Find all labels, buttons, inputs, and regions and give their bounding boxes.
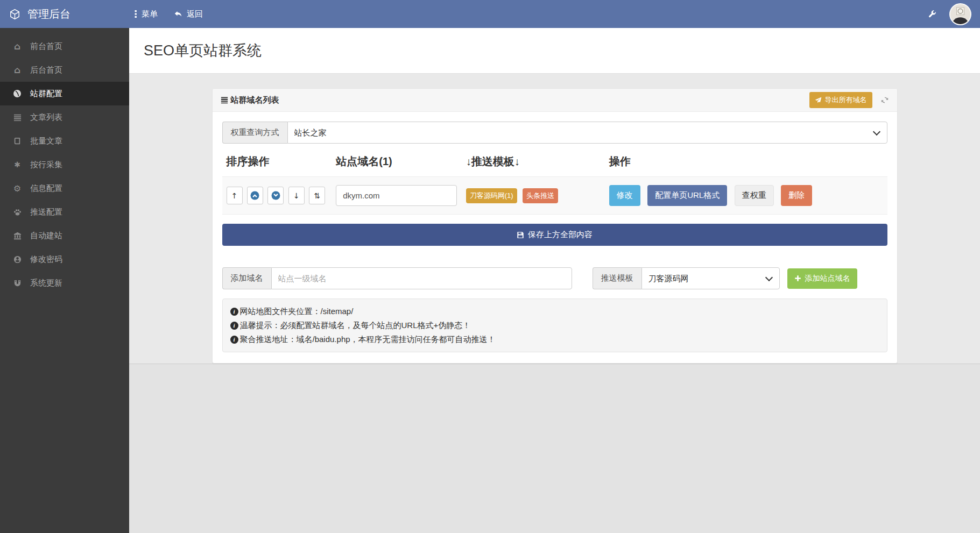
sidebar-item-label: 修改密码 — [30, 254, 62, 265]
sidebar-item-info-config[interactable]: 信息配置 — [0, 176, 129, 200]
add-domain-input[interactable] — [271, 267, 572, 289]
sidebar-item-label: 系统更新 — [30, 278, 62, 288]
sidebar-item-front-home[interactable]: 前台首页 — [0, 34, 129, 58]
sidebar-item-admin-home[interactable]: 后台首页 — [0, 58, 129, 82]
magnet-icon — [11, 279, 23, 287]
header-actions: 操作 — [609, 154, 883, 169]
panel-title: 站群域名列表 — [221, 95, 279, 105]
floppy-disk-icon — [517, 231, 524, 239]
menu-toggle[interactable]: 菜单 — [135, 9, 158, 19]
move-top-button[interactable] — [227, 187, 243, 204]
vertical-ellipsis-icon — [135, 10, 137, 18]
table-row: 刀客源码网(1) 头条推送 修改 配置单页URL格式 查权重 删除 — [222, 176, 887, 215]
sidebar: 前台首页 后台首页 站群配置 文章列表 批量文章 按行采集 — [0, 28, 129, 533]
navbar-right — [928, 3, 980, 25]
gear-icon — [11, 183, 23, 194]
work-area: 站群域名列表 导出所有域名 — [129, 73, 980, 364]
save-all-button[interactable]: 保存上方全部内容 — [222, 224, 887, 246]
sidebar-item-system-update[interactable]: 系统更新 — [0, 271, 129, 295]
menu-label: 菜单 — [142, 9, 158, 19]
back-label: 返回 — [187, 9, 203, 19]
add-domain-row: 添加域名 推送模板 刀客源码网 — [222, 267, 887, 289]
back-link[interactable]: 返回 — [174, 9, 203, 19]
note-line: 聚合推送地址：域名/baidu.php，本程序无需挂访问任务都可自动推送！ — [230, 332, 879, 346]
push-template-field: 刀客源码网 — [641, 267, 780, 289]
save-all-label: 保存上方全部内容 — [528, 230, 593, 240]
sidebar-item-change-password[interactable]: 修改密码 — [0, 247, 129, 271]
user-avatar[interactable] — [949, 3, 971, 25]
panel-heading: 站群域名列表 导出所有域名 — [213, 89, 897, 112]
page-title-bar: SEO单页站群系统 — [129, 28, 980, 73]
weight-query-label: 权重查询方式 — [222, 122, 287, 144]
header-push-template: ↓推送模板↓ — [466, 154, 609, 169]
header-domain: 站点域名(1) — [336, 154, 466, 169]
cube-icon — [9, 9, 20, 20]
domain-input[interactable] — [336, 185, 457, 206]
refresh-icon[interactable] — [880, 96, 889, 104]
circle-arrow-down-icon — [271, 191, 280, 200]
top-navbar: 管理后台 菜单 返回 — [0, 0, 980, 28]
push-template-select[interactable]: 刀客源码网 — [641, 267, 780, 289]
info-circle-icon — [230, 336, 238, 344]
move-up-button[interactable] — [247, 187, 263, 204]
app-brand[interactable]: 管理后台 — [0, 7, 129, 22]
note-line: 网站地图文件夹位置：/sitemap/ — [230, 304, 879, 318]
page-title: SEO单页站群系统 — [144, 41, 262, 60]
sidebar-item-label: 自动建站 — [30, 231, 62, 241]
note-push-url: 聚合推送地址：域名/baidu.php，本程序无需挂访问任务都可自动推送！ — [240, 332, 496, 346]
toutiao-push-badge[interactable]: 头条推送 — [523, 188, 558, 203]
navbar-links: 菜单 返回 — [129, 9, 203, 19]
add-domain-field — [271, 267, 572, 289]
sidebar-item-batch-articles[interactable]: 批量文章 — [0, 129, 129, 153]
move-down-button[interactable] — [267, 187, 284, 204]
page-background — [129, 364, 980, 533]
brand-title: 管理后台 — [27, 7, 70, 22]
paper-plane-icon — [815, 97, 822, 104]
sidebar-item-auto-build[interactable]: 自动建站 — [0, 224, 129, 247]
info-well: 网站地图文件夹位置：/sitemap/ 温馨提示：必须配置站群域名，及每个站点的… — [222, 299, 887, 352]
bank-icon — [11, 232, 23, 240]
home-icon — [11, 65, 23, 75]
add-site-domain-button[interactable]: 添加站点域名 — [787, 268, 857, 289]
note-tip: 温馨提示：必须配置站群域名，及每个站点的URL格式+伪静态！ — [240, 318, 471, 332]
add-domain-group: 添加域名 — [222, 267, 572, 289]
push-template-label: 推送模板 — [593, 267, 641, 289]
sidebar-item-site-cluster-config[interactable]: 站群配置 — [0, 82, 129, 105]
panel-body: 权重查询方式 站长之家 排序操作 站点域名(1) ↓推送模板↓ 操作 — [213, 112, 897, 363]
panel-heading-actions: 导出所有域名 — [809, 92, 889, 108]
note-sitemap: 网站地图文件夹位置：/sitemap/ — [240, 304, 354, 318]
modify-button[interactable]: 修改 — [609, 185, 640, 206]
list-icon — [11, 113, 23, 122]
table-header-row: 排序操作 站点域名(1) ↓推送模板↓ 操作 — [222, 144, 887, 176]
sidebar-item-label: 文章列表 — [30, 112, 62, 123]
check-weight-button[interactable]: 查权重 — [735, 185, 774, 206]
panel-title-text: 站群域名列表 — [231, 95, 279, 105]
sort-controls — [227, 187, 336, 204]
sidebar-item-label: 信息配置 — [30, 183, 62, 194]
circle-arrow-up-icon — [250, 191, 259, 200]
reply-arrow-icon — [174, 10, 182, 18]
sidebar-item-article-list[interactable]: 文章列表 — [0, 105, 129, 129]
wrench-icon[interactable] — [928, 10, 936, 18]
sidebar-item-label: 后台首页 — [30, 65, 62, 75]
move-bottom-button[interactable] — [288, 187, 305, 204]
header-sort: 排序操作 — [227, 154, 336, 169]
template-badge[interactable]: 刀客源码网(1) — [466, 188, 517, 203]
add-domain-label: 添加域名 — [222, 267, 271, 289]
sort-toggle-button[interactable] — [309, 187, 325, 204]
weight-query-field: 站长之家 — [287, 122, 887, 144]
home-icon — [11, 41, 23, 52]
delete-button[interactable]: 删除 — [781, 185, 812, 206]
sidebar-item-label: 站群配置 — [30, 89, 62, 99]
export-button-label: 导出所有域名 — [825, 95, 867, 105]
sidebar-item-label: 前台首页 — [30, 41, 62, 52]
main-content: SEO单页站群系统 站群域名列表 — [129, 0, 980, 533]
sidebar-item-line-collect[interactable]: 按行采集 — [0, 153, 129, 176]
export-all-domains-button[interactable]: 导出所有域名 — [809, 92, 872, 108]
configure-url-format-button[interactable]: 配置单页URL格式 — [647, 185, 727, 206]
globe-icon — [11, 89, 23, 98]
weight-query-select[interactable]: 站长之家 — [287, 122, 887, 144]
asterisk-icon — [11, 160, 23, 169]
sidebar-item-push-config[interactable]: 推送配置 — [0, 200, 129, 224]
note-line: 温馨提示：必须配置站群域名，及每个站点的URL格式+伪静态！ — [230, 318, 879, 332]
